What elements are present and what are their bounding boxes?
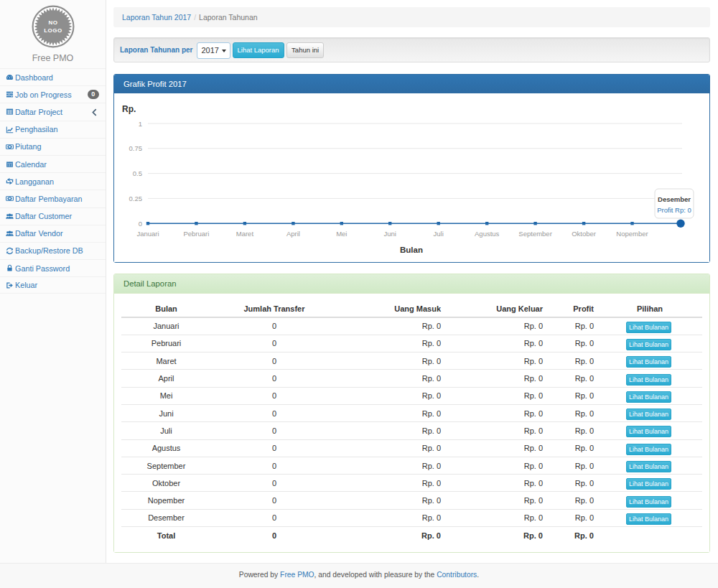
svg-text:Profit Rp: 0: Profit Rp: 0: [657, 206, 691, 214]
svg-text:April: April: [286, 230, 300, 238]
svg-text:LOGO: LOGO: [44, 27, 62, 34]
svg-text:September: September: [518, 230, 551, 238]
svg-text:Desember: Desember: [658, 195, 691, 203]
svg-text:NO: NO: [48, 19, 57, 26]
svg-text:0.25: 0.25: [129, 195, 143, 202]
svg-text:Bulan: Bulan: [400, 246, 423, 254]
svg-text:Oktober: Oktober: [572, 230, 596, 238]
svg-text:Agustus: Agustus: [475, 230, 500, 238]
svg-text:Juli: Juli: [434, 230, 444, 238]
svg-text:0.5: 0.5: [133, 169, 142, 177]
svg-text:Mei: Mei: [336, 230, 347, 238]
svg-text:0.75: 0.75: [129, 144, 143, 152]
svg-text:0: 0: [139, 220, 142, 228]
svg-text:Rp.: Rp.: [122, 104, 136, 114]
svg-text:Pebruari: Pebruari: [183, 230, 209, 238]
svg-text:Januari: Januari: [136, 230, 159, 238]
svg-text:1: 1: [139, 120, 142, 128]
svg-text:Juni: Juni: [383, 230, 396, 238]
svg-text:Maret: Maret: [236, 230, 254, 238]
svg-text:Nopember: Nopember: [616, 230, 648, 238]
